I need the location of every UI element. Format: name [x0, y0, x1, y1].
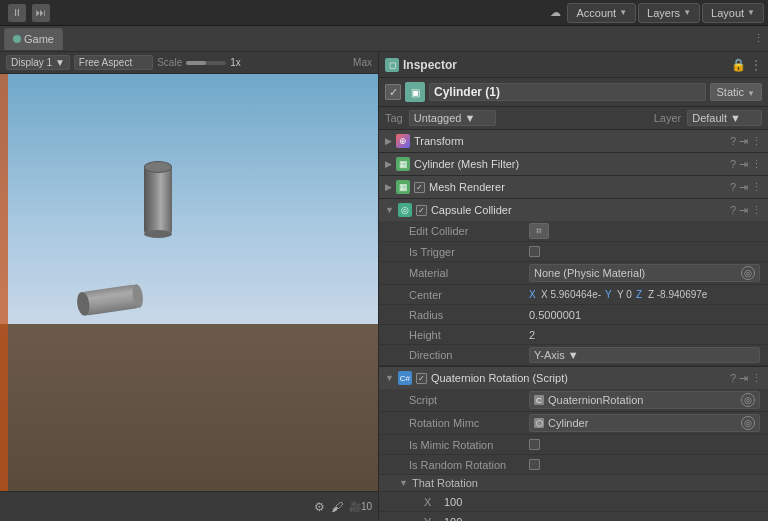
material-field[interactable]: None (Physic Material) ◎: [529, 264, 760, 282]
transform-right: ? ⇥ ⋮: [730, 135, 762, 148]
transform-name: Transform: [414, 135, 726, 147]
toolbar2: Game ⋮: [0, 26, 768, 52]
quat-y-val: 100: [444, 516, 462, 522]
object-name-field[interactable]: Cylinder (1): [429, 83, 706, 101]
inspector-scroll[interactable]: ▶ ⊕ Transform ? ⇥ ⋮ ▶ ▦ Cylinder (Mesh F…: [379, 130, 768, 521]
quat-preset[interactable]: ⇥: [739, 372, 748, 385]
height-value: 2: [529, 329, 760, 341]
is-mimic-rotation-row: Is Mimic Rotation: [379, 435, 768, 455]
aspect-label: Free Aspect: [79, 57, 132, 68]
game-menu-icon[interactable]: ⋮: [753, 32, 764, 45]
active-checkbox[interactable]: ✓: [385, 84, 401, 100]
quat-right: ? ⇥ ⋮: [730, 372, 762, 385]
layer-label: Layer: [654, 112, 682, 124]
mesh-filter-header[interactable]: ▶ ▦ Cylinder (Mesh Filter) ? ⇥ ⋮: [379, 153, 768, 175]
rotation-mimc-icon: ⬡: [534, 418, 544, 428]
quat-body: Script C QuaternionRotation ◎ Rotation M…: [379, 389, 768, 521]
mesh-filter-preset[interactable]: ⇥: [739, 158, 748, 171]
static-button[interactable]: Static ▼: [710, 83, 763, 101]
that-rotation-arrow: ▼: [399, 478, 408, 488]
display-dropdown[interactable]: Display 1 ▼: [6, 55, 70, 70]
mesh-filter-section: ▶ ▦ Cylinder (Mesh Filter) ? ⇥ ⋮: [379, 153, 768, 176]
layer-dropdown[interactable]: Default ▼: [687, 110, 762, 126]
mesh-filter-right: ? ⇥ ⋮: [730, 158, 762, 171]
quat-header[interactable]: ▼ C# ✓ Quaternion Rotation (Script) ? ⇥ …: [379, 367, 768, 389]
mesh-filter-help[interactable]: ?: [730, 158, 736, 171]
mesh-renderer-check[interactable]: ✓: [414, 182, 425, 193]
rotation-mimc-select-btn[interactable]: ◎: [741, 416, 755, 430]
mesh-filter-menu[interactable]: ⋮: [751, 158, 762, 171]
mesh-filter-name: Cylinder (Mesh Filter): [414, 158, 726, 170]
tab-game[interactable]: Game: [4, 28, 63, 50]
radius-value: 0.5000001: [529, 309, 760, 321]
quat-menu[interactable]: ⋮: [751, 372, 762, 385]
max-label: Max: [353, 57, 372, 68]
script-select-btn[interactable]: ◎: [741, 393, 755, 407]
inspector-icons: 🔒 ⋮: [731, 58, 762, 72]
edit-collider-btn[interactable]: ⌗: [529, 223, 549, 239]
quat-check[interactable]: ✓: [416, 373, 427, 384]
quat-x-row: X 100: [379, 492, 768, 512]
tag-dropdown[interactable]: Untagged ▼: [409, 110, 497, 126]
pause-icon[interactable]: ⏸: [8, 4, 26, 22]
layers-label: Layers: [647, 7, 680, 19]
step-icon[interactable]: ⏭: [32, 4, 50, 22]
quat-icon: C#: [398, 371, 412, 385]
ground-bg: [0, 324, 378, 491]
script-label: Script: [409, 394, 529, 406]
material-row: Material None (Physic Material) ◎: [379, 262, 768, 285]
aspect-dropdown[interactable]: Free Aspect: [74, 55, 153, 70]
more-icon[interactable]: ⋮: [750, 58, 762, 72]
game-tab-label: Game: [24, 33, 54, 45]
paint-icon[interactable]: 🖌: [331, 500, 343, 514]
center-z-val: Z -8.940697e: [648, 289, 708, 300]
mesh-renderer-menu[interactable]: ⋮: [751, 181, 762, 194]
capsule-menu[interactable]: ⋮: [751, 204, 762, 217]
mesh-renderer-header[interactable]: ▶ ▦ ✓ Mesh Renderer ? ⇥ ⋮: [379, 176, 768, 198]
layout-button[interactable]: Layout ▼: [702, 3, 764, 23]
rotation-mimc-value: Cylinder: [548, 417, 735, 429]
layers-button[interactable]: Layers ▼: [638, 3, 700, 23]
is-random-rotation-checkbox[interactable]: [529, 459, 540, 470]
mesh-renderer-help[interactable]: ?: [730, 181, 736, 194]
mesh-renderer-preset[interactable]: ⇥: [739, 181, 748, 194]
mesh-filter-icon: ▦: [396, 157, 410, 171]
is-mimic-rotation-checkbox[interactable]: [529, 439, 540, 450]
transform-menu[interactable]: ⋮: [751, 135, 762, 148]
lock-icon[interactable]: 🔒: [731, 58, 746, 72]
capsule-preset[interactable]: ⇥: [739, 204, 748, 217]
transform-preset[interactable]: ⇥: [739, 135, 748, 148]
transform-header[interactable]: ▶ ⊕ Transform ? ⇥ ⋮: [379, 130, 768, 152]
capsule-check[interactable]: ✓: [416, 205, 427, 216]
settings-icon[interactable]: ⚙: [314, 500, 325, 514]
cylinder-tall: [144, 166, 172, 234]
that-rotation-foldout[interactable]: ▼ That Rotation: [379, 475, 768, 492]
topbar-left-icons: ⏸ ⏭: [4, 4, 50, 22]
is-trigger-checkbox[interactable]: [529, 246, 540, 257]
rotation-mimc-field[interactable]: ⬡ Cylinder ◎: [529, 414, 760, 432]
game-header: Display 1 ▼ Free Aspect Scale 1x Max: [0, 52, 378, 74]
quat-x-val: 100: [444, 496, 462, 508]
account-button[interactable]: Account ▼: [567, 3, 636, 23]
layout-arrow: ▼: [747, 8, 755, 17]
capsule-icon: ◎: [398, 203, 412, 217]
tag-row: Tag Untagged ▼ Layer Default ▼: [379, 107, 768, 130]
transform-section: ▶ ⊕ Transform ? ⇥ ⋮: [379, 130, 768, 153]
center-y-field: Y Y 0: [605, 289, 632, 300]
quat-help[interactable]: ?: [730, 372, 736, 385]
that-rotation-label: That Rotation: [412, 477, 478, 489]
material-select-btn[interactable]: ◎: [741, 266, 755, 280]
scale-slider[interactable]: [186, 61, 226, 65]
obj-cube-icon: ▣: [405, 82, 425, 102]
direction-select[interactable]: Y-Axis ▼: [529, 347, 760, 363]
radius-label: Radius: [409, 309, 529, 321]
account-label: Account: [576, 7, 616, 19]
center-values: X X 5.960464e- Y Y 0 Z Z -8.940697e: [529, 289, 760, 300]
capsule-header[interactable]: ▼ ◎ ✓ Capsule Collider ? ⇥ ⋮: [379, 199, 768, 221]
direction-row: Direction Y-Axis ▼: [379, 345, 768, 366]
capsule-help[interactable]: ?: [730, 204, 736, 217]
is-random-rotation-label: Is Random Rotation: [409, 459, 529, 471]
sky-bg: [0, 74, 378, 324]
transform-help[interactable]: ?: [730, 135, 736, 148]
script-field[interactable]: C QuaternionRotation ◎: [529, 391, 760, 409]
